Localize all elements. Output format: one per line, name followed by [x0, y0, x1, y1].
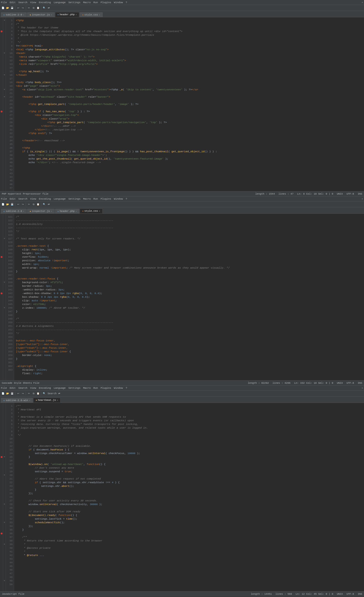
- menu-run-1[interactable]: Run: [93, 1, 98, 4]
- new-file-btn-2[interactable]: 📄: [1, 202, 5, 206]
- menu-encoding-1[interactable]: Encoding: [39, 1, 51, 4]
- redo-btn-1[interactable]: ↪: [21, 6, 25, 10]
- replace-btn-2[interactable]: ⇄: [47, 202, 51, 206]
- menu-view-3[interactable]: View: [30, 387, 36, 389]
- menu-plugins-2[interactable]: Plugins: [101, 197, 111, 200]
- menu-run-3[interactable]: Run: [93, 387, 98, 389]
- tab-style-css-1[interactable]: ◈ style.css ✕: [80, 12, 103, 17]
- redo-btn-2[interactable]: ↪: [21, 202, 25, 206]
- tab-close-inspector[interactable]: ✕: [51, 14, 52, 16]
- encoding-3[interactable]: UTF-8: [347, 593, 354, 595]
- tab-close-subline[interactable]: ✕: [23, 14, 24, 16]
- menu-run-2[interactable]: Run: [93, 197, 98, 200]
- menu-search-3[interactable]: Search: [18, 387, 28, 389]
- menu-language-1[interactable]: Language: [54, 1, 66, 4]
- paste-btn-1[interactable]: 📋: [36, 6, 40, 10]
- paste-btn-2[interactable]: 📋: [36, 202, 40, 206]
- replace-btn-1[interactable]: ⇄: [47, 6, 51, 10]
- encoding-2[interactable]: UTF-8: [347, 382, 354, 385]
- search-btn-3[interactable]: 🔍: [42, 392, 46, 396]
- tab-close-subline-3[interactable]: ✕: [29, 399, 30, 402]
- menu-encoding-3[interactable]: Encoding: [39, 387, 51, 389]
- menu-plugins-1[interactable]: Plugins: [101, 1, 111, 4]
- menu-edit-1[interactable]: Edit: [9, 1, 16, 4]
- menu-file-1[interactable]: File: [1, 1, 7, 4]
- menu-window-3[interactable]: Window: [114, 387, 123, 389]
- paste-btn-3[interactable]: 📋: [36, 392, 40, 396]
- menu-file-3[interactable]: File: [1, 387, 7, 389]
- menu-window-2[interactable]: Window: [114, 197, 123, 200]
- search-btn-1[interactable]: 🔍: [42, 6, 46, 10]
- save-btn-2[interactable]: 💾: [10, 202, 14, 206]
- tab-close-subline-2[interactable]: ✕: [23, 210, 24, 212]
- copy-btn-1[interactable]: ⧉: [32, 6, 36, 10]
- menu-macro-1[interactable]: Macro: [83, 1, 91, 4]
- close-panel-1[interactable]: ✕: [362, 1, 363, 4]
- close-panel-2[interactable]: ✕: [362, 197, 363, 200]
- menu-view-1[interactable]: View: [30, 1, 36, 4]
- save-btn-3[interactable]: 💾: [10, 392, 14, 396]
- menu-edit-2[interactable]: Edit: [9, 197, 16, 200]
- menu-help-1[interactable]: ?: [126, 1, 127, 4]
- tab-close-style-2[interactable]: ✕: [99, 210, 100, 212]
- menu-edit-3[interactable]: Edit: [9, 387, 16, 389]
- cut-btn-1[interactable]: ✂: [27, 6, 31, 10]
- menu-settings-2[interactable]: Settings: [68, 197, 80, 200]
- menu-encoding-2[interactable]: Encoding: [39, 197, 51, 200]
- tab-close-inspector-2[interactable]: ✕: [51, 210, 52, 212]
- new-file-btn-3[interactable]: 📄: [1, 392, 5, 396]
- menu-macro-3[interactable]: Macro: [83, 387, 91, 389]
- undo-btn-3[interactable]: ↩: [16, 392, 20, 396]
- menu-search-1[interactable]: Search: [18, 1, 28, 4]
- tab-label-header-php: header.php: [60, 13, 75, 16]
- tab-header-php-2[interactable]: ◈ header.php ✕: [55, 209, 79, 213]
- open-btn-1[interactable]: 📂: [6, 6, 9, 10]
- tab-close-heartbeat[interactable]: ✕: [57, 399, 58, 401]
- menu-macro-2[interactable]: Macro: [83, 197, 91, 200]
- menu-plugins-3[interactable]: Plugins: [101, 387, 111, 389]
- menu-view-2[interactable]: View: [30, 197, 36, 200]
- menu-settings-1[interactable]: Settings: [68, 1, 80, 4]
- tab-label-inspector: inspector.js: [32, 13, 50, 16]
- cut-btn-2[interactable]: ✂: [27, 202, 31, 206]
- tab-subline-1[interactable]: ◈ subline-2-0 ✕: [1, 12, 27, 17]
- tab-subline-2[interactable]: ◈ subline-2-0 ✕: [1, 209, 27, 213]
- toolbar-3: 📄 📂 💾 ↩ ↪ ✂ ⧉ 📋 🔍 Search ⇄: [0, 391, 364, 396]
- search-btn-2[interactable]: 🔍: [42, 202, 46, 206]
- tab-close-header[interactable]: ✕: [76, 13, 77, 16]
- tab-header-php-1[interactable]: ◈ header.php ✕: [55, 12, 79, 17]
- tab-inspector-1[interactable]: ◈ inspector.js ✕: [27, 12, 55, 17]
- tab-heartbeat-js[interactable]: ◈ heartbeat.js ✕: [33, 398, 61, 403]
- code-content-2[interactable]: /* -------------------------------------…: [14, 214, 364, 380]
- menu-help-2[interactable]: ?: [126, 197, 127, 200]
- menu-settings-3[interactable]: Settings: [68, 387, 80, 389]
- new-file-btn-1[interactable]: 📄: [1, 6, 5, 10]
- menu-language-3[interactable]: Language: [54, 387, 66, 389]
- copy-btn-2[interactable]: ⧉: [32, 202, 36, 206]
- menu-language-2[interactable]: Language: [54, 197, 66, 200]
- redo-btn-3[interactable]: ↪: [21, 392, 25, 396]
- menu-file-2[interactable]: File: [1, 197, 7, 200]
- tab-subline-3[interactable]: ◈ subline-2.0-win ✕: [1, 398, 33, 403]
- tab-style-css-2[interactable]: ◈ style.css ✕: [80, 208, 103, 213]
- undo-btn-1[interactable]: ↩: [16, 6, 20, 10]
- cut-btn-3[interactable]: ✂: [27, 392, 31, 396]
- code-content-1[interactable]: <?php /* * The header for our theme * Th…: [14, 17, 364, 191]
- tab-close-header-2[interactable]: ✕: [76, 210, 77, 212]
- undo-btn-2[interactable]: ↩: [16, 202, 20, 206]
- line-ending-1: UNIX: [337, 193, 343, 195]
- replace-btn-3[interactable]: ⇄: [57, 392, 61, 396]
- save-btn-1[interactable]: 💾: [10, 6, 14, 10]
- close-panel-3[interactable]: ✕: [362, 386, 363, 389]
- code-content-3[interactable]: /** * Heartbeat API * * Heartbeat is a s…: [14, 403, 364, 591]
- menu-window-1[interactable]: Window: [114, 1, 123, 4]
- open-btn-2[interactable]: 📂: [6, 202, 9, 206]
- tab-inspector-2[interactable]: ◈ inspector.js ✕: [27, 209, 55, 213]
- tab-bar-1: ◈ subline-2-0 ✕ ◈ inspector.js ✕ ◈ heade…: [0, 11, 364, 17]
- open-btn-3[interactable]: 📂: [6, 392, 9, 396]
- menu-search-2[interactable]: Search: [18, 197, 28, 200]
- copy-btn-3[interactable]: ⧉: [32, 392, 36, 396]
- menu-help-3[interactable]: ?: [126, 387, 127, 389]
- encoding-1[interactable]: UTF-8: [347, 193, 354, 195]
- tab-close-style[interactable]: ✕: [99, 14, 100, 16]
